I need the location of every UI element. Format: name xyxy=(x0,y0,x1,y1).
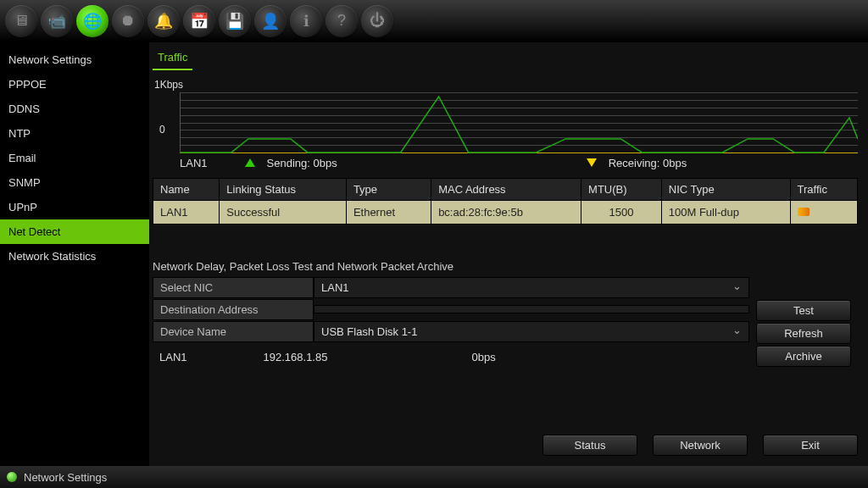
power-icon[interactable]: ⏻ xyxy=(361,5,393,37)
network-icon[interactable]: 🌐 xyxy=(76,5,108,37)
input-destination-address[interactable] xyxy=(314,305,749,313)
th-linking-status: Linking Status xyxy=(220,179,347,201)
record-icon[interactable]: ⏺ xyxy=(112,5,144,37)
arrow-up-icon xyxy=(245,158,255,167)
label-destination-address: Destination Address xyxy=(153,299,314,320)
archive-button[interactable]: Archive xyxy=(756,346,851,367)
sidebar-item-snmp[interactable]: SNMP xyxy=(0,170,149,195)
tab-traffic[interactable]: Traffic xyxy=(153,47,192,70)
th-mtu: MTU(B) xyxy=(581,179,662,201)
graph-y-max: 1Kbps xyxy=(154,79,858,91)
cell-mtu: 1500 xyxy=(581,201,662,225)
sidebar-item-network-statistics[interactable]: Network Statistics xyxy=(0,244,149,269)
arrow-down-icon xyxy=(587,158,597,167)
test-button[interactable]: Test xyxy=(756,300,851,321)
event-icon[interactable]: 📅 xyxy=(183,5,215,37)
cell-traffic[interactable] xyxy=(790,201,857,225)
info-icon[interactable]: ℹ xyxy=(290,5,322,37)
monitor-icon[interactable]: 🖥 xyxy=(5,5,37,37)
sidebar-item-pppoe[interactable]: PPPOE xyxy=(0,72,149,97)
th-type: Type xyxy=(346,179,431,201)
table-row[interactable]: LAN1 Successful Ethernet bc:ad:28:fc:9e:… xyxy=(153,201,858,225)
hdd-icon[interactable]: 💾 xyxy=(219,5,251,37)
info-ip: 192.168.1.85 xyxy=(264,351,328,363)
camera-icon[interactable]: 📹 xyxy=(41,5,73,37)
traffic-graph-area: 1Kbps 0 LAN1 Sending: 0bps Rec xyxy=(153,79,858,169)
content-pane: Traffic 1Kbps 0 LAN1 Sending: 0bps xyxy=(149,42,868,466)
sidebar-item-net-detect[interactable]: Net Detect xyxy=(0,219,149,244)
user-icon[interactable]: 👤 xyxy=(254,5,287,37)
status-button[interactable]: Status xyxy=(542,435,637,456)
cell-status: Successful xyxy=(220,201,347,225)
info-rate: 0bps xyxy=(471,351,495,363)
cell-name: LAN1 xyxy=(153,201,220,225)
select-device-name[interactable]: USB Flash Disk 1-1 xyxy=(314,321,749,342)
cell-mac: bc:ad:28:fc:9e:5b xyxy=(431,201,581,225)
cell-type: Ethernet xyxy=(346,201,431,225)
refresh-button[interactable]: Refresh xyxy=(756,323,851,344)
receiving-label: Receiving: 0bps xyxy=(609,157,687,169)
sidebar-item-ddns[interactable]: DDNS xyxy=(0,97,149,121)
status-bar: Network Settings xyxy=(0,466,868,488)
sidebar-item-network-settings[interactable]: Network Settings xyxy=(0,47,149,72)
th-mac: MAC Address xyxy=(431,179,581,201)
status-dot-icon xyxy=(7,472,17,482)
label-select-nic: Select NIC xyxy=(153,277,314,298)
traffic-chart-icon[interactable] xyxy=(798,208,810,216)
sending-label: Sending: 0bps xyxy=(267,157,337,169)
sidebar: Network Settings PPPOE DDNS NTP Email SN… xyxy=(0,42,149,466)
label-device-name: Device Name xyxy=(153,321,314,342)
th-nic-type: NIC Type xyxy=(661,179,790,201)
status-text: Network Settings xyxy=(24,471,107,484)
cell-nic: 100M Full-dup xyxy=(661,201,790,225)
th-traffic: Traffic xyxy=(790,179,857,201)
graph-y-min: 0 xyxy=(159,124,165,136)
alarm-icon[interactable]: 🔔 xyxy=(147,5,180,37)
select-nic[interactable]: LAN1 xyxy=(314,277,749,298)
network-button[interactable]: Network xyxy=(653,435,748,456)
nic-table: Name Linking Status Type MAC Address MTU… xyxy=(153,178,858,225)
info-interface: LAN1 xyxy=(159,351,187,363)
traffic-graph xyxy=(180,92,858,153)
graph-interface-label: LAN1 xyxy=(180,157,208,169)
th-name: Name xyxy=(153,179,220,201)
help-icon[interactable]: ? xyxy=(326,5,358,37)
section-title: Network Delay, Packet Loss Test and Netw… xyxy=(153,260,858,273)
sidebar-item-email[interactable]: Email xyxy=(0,146,149,170)
exit-button[interactable]: Exit xyxy=(763,435,858,456)
top-toolbar: 🖥 📹 🌐 ⏺ 🔔 📅 💾 👤 ℹ ? ⏻ xyxy=(0,0,868,42)
sidebar-item-upnp[interactable]: UPnP xyxy=(0,195,149,219)
sidebar-item-ntp[interactable]: NTP xyxy=(0,121,149,146)
